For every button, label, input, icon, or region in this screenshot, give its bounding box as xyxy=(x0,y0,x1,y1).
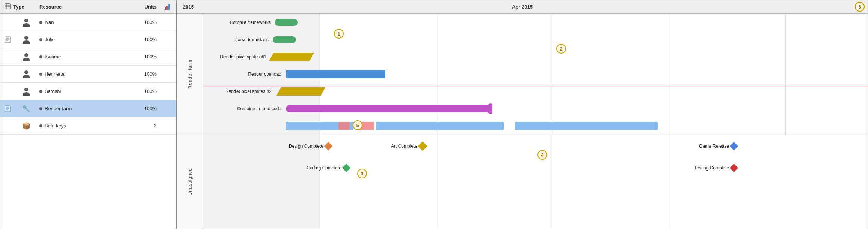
table-header: Type Resource Units xyxy=(0,0,176,14)
resource-units: 100% xyxy=(133,54,160,60)
resource-table: Type Resource Units xyxy=(0,0,177,229)
svg-rect-19 xyxy=(286,105,492,112)
milestone-label-art: Art Complete xyxy=(391,144,417,149)
doc-icon-julie xyxy=(2,36,13,43)
task-bar-combine xyxy=(286,103,492,114)
table-row-beta-keys[interactable]: 📦 Beta keys 2 xyxy=(0,117,176,135)
resource-name: Julie xyxy=(45,37,133,42)
resource-name: Ivan xyxy=(45,19,133,25)
table-row[interactable]: Henrietta 100% xyxy=(0,66,176,83)
person-icon-ivan xyxy=(13,18,39,27)
task-row-overload: Render overload xyxy=(203,66,868,83)
resource-name: Henrietta xyxy=(45,71,133,77)
unassigned-gantt-rows: 4 3 Design Complete Art Complete xyxy=(203,135,868,229)
row-dot xyxy=(39,90,42,93)
task-row-combine: Combine art and code xyxy=(203,100,868,117)
task-row-parse: Parse framistans xyxy=(203,31,868,48)
gantt-body: 1 Render farm xyxy=(177,14,868,229)
resource-name: Beta keys xyxy=(45,123,133,129)
task-label-parse: Parse framistans xyxy=(235,37,269,42)
unassigned-section-label: Unassigned xyxy=(187,168,193,195)
annotation-2: 2 xyxy=(556,44,566,54)
svg-marker-17 xyxy=(269,53,314,61)
task-bar-sprites1 xyxy=(269,53,314,61)
resource-units: 100% xyxy=(133,71,160,77)
row-dot xyxy=(39,38,42,41)
person-icon-satoshi xyxy=(13,87,39,96)
annotation-5: 5 xyxy=(353,120,362,130)
diamond-coding xyxy=(341,162,352,173)
render-farm-label-wrapper: Render farm xyxy=(177,14,203,135)
milestone-label-testing: Testing Complete xyxy=(694,165,729,171)
svg-point-10 xyxy=(24,53,28,57)
resource-units: 100% xyxy=(133,88,160,94)
person-icon-kwame xyxy=(13,53,39,61)
pink-resource-bar xyxy=(338,122,350,130)
annotation-4: 4 xyxy=(537,150,547,160)
svg-rect-22 xyxy=(418,141,427,151)
svg-point-12 xyxy=(24,88,28,91)
svg-rect-24 xyxy=(342,163,351,172)
resource-units: 100% xyxy=(133,19,160,25)
milestone-label-coding: Coding Complete xyxy=(306,165,341,171)
task-label-combine: Combine art and code xyxy=(237,106,281,111)
col-header-type: Type xyxy=(13,4,39,10)
task-bar-sprites2 xyxy=(276,87,325,96)
annotation-3: 3 xyxy=(357,169,367,178)
svg-point-11 xyxy=(24,70,28,74)
doc-icon-placeholder xyxy=(2,105,13,112)
table-row[interactable]: Kwame 100% xyxy=(0,48,176,66)
resource-rows: Ivan 100% xyxy=(0,14,176,229)
table-row[interactable]: Julie 100% xyxy=(0,31,176,48)
svg-marker-18 xyxy=(276,87,325,96)
person-icon-henrietta xyxy=(13,70,39,78)
render-farm-gantt: Render farm 2 xyxy=(177,14,868,135)
table-row-render-farm[interactable]: 🔧 Render farm 100% xyxy=(0,100,176,117)
milestone-row-1: Design Complete Art Complete Game Releas… xyxy=(203,135,868,157)
svg-rect-21 xyxy=(324,142,333,151)
task-row-sprites1: Render pixel sprites #1 xyxy=(203,48,868,66)
resource-name: Kwame xyxy=(45,54,133,60)
svg-rect-0 xyxy=(5,4,10,9)
diamond-art xyxy=(417,140,428,152)
svg-point-9 xyxy=(24,36,28,40)
resource-units: 100% xyxy=(133,106,160,111)
task-label-compile: Compile frameworks xyxy=(230,20,271,25)
task-label-overload: Render overload xyxy=(248,72,281,77)
task-row-sprites2: Render pixel sprites #2 xyxy=(203,83,868,100)
row-dot xyxy=(39,55,42,58)
diamond-design xyxy=(323,141,334,151)
box-icon: 📦 xyxy=(13,122,39,130)
task-label-sprites2: Render pixel sprites #2 xyxy=(225,89,272,94)
diamond-testing xyxy=(729,162,739,173)
render-farm-section-label: Render farm xyxy=(187,60,193,89)
milestone-row-2: Coding Complete Testing Complete xyxy=(203,157,868,178)
blue-resource-bar-3 xyxy=(515,122,658,130)
milestone-label-game-release: Game Release xyxy=(699,144,729,149)
col-header-resource: Resource xyxy=(39,4,133,10)
task-bar-overload xyxy=(286,70,385,78)
unassigned-gantt: Unassigned 4 3 xyxy=(177,135,868,229)
task-bar-parse xyxy=(273,36,296,43)
blue-resource-bar-2 xyxy=(376,122,504,130)
resource-units: 2 xyxy=(133,123,160,129)
gantt-chart: 2015 Apr 2015 ⊕ 6 1 Render farm xyxy=(177,0,868,229)
annotation-1: 1 xyxy=(334,29,344,39)
unassigned-label-wrapper: Unassigned xyxy=(177,135,203,229)
chart-button[interactable] xyxy=(160,4,175,10)
row-dot xyxy=(39,107,42,110)
task-bar-compile xyxy=(275,19,298,26)
row-dot xyxy=(39,73,42,76)
task-label-sprites1: Render pixel sprites #1 xyxy=(220,54,266,60)
render-farm-gantt-rows: 2 Compile frameworks Parse framistans xyxy=(203,14,868,135)
resource-name: Render farm xyxy=(45,106,133,111)
resource-units: 100% xyxy=(133,37,160,42)
gantt-date-2015: 2015 xyxy=(177,4,194,10)
resource-name: Satoshi xyxy=(45,88,133,94)
diamond-game-release xyxy=(729,141,739,151)
person-icon-julie xyxy=(13,36,39,44)
row-dot xyxy=(39,21,42,24)
table-row[interactable]: Ivan 100% xyxy=(0,14,176,31)
table-row[interactable]: Satoshi 100% xyxy=(0,83,176,100)
svg-rect-25 xyxy=(730,163,738,172)
